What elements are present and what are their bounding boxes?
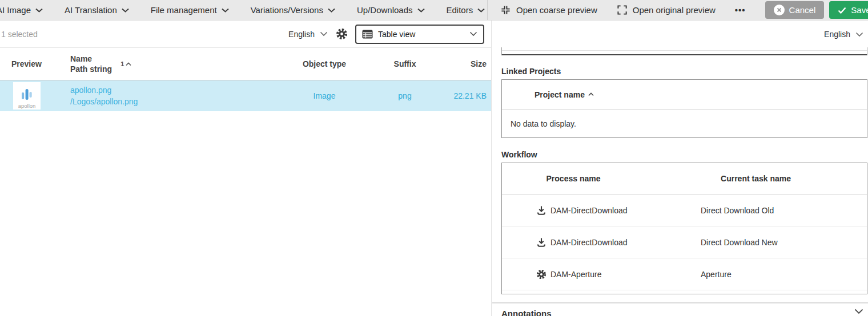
asset-path-link[interactable]: /Logos/apollon.png	[70, 96, 263, 107]
top-toolbar: AI Image AI Translation File management …	[0, 0, 868, 21]
left-panel-header: 1 selected English Table view	[0, 21, 491, 48]
chevron-down-icon	[35, 8, 43, 13]
menu-label: AI Image	[0, 5, 31, 15]
right-language-dropdown[interactable]: English	[824, 30, 863, 39]
asset-table-header: Preview Name Path string 1 Object type S…	[0, 48, 491, 80]
view-mode-select[interactable]: Table view	[355, 25, 484, 44]
column-header-current-task-name[interactable]: Current task name	[645, 174, 867, 183]
column-header-size[interactable]: Size	[424, 59, 491, 68]
chevron-down-icon	[122, 8, 129, 13]
grid-settings-button[interactable]	[336, 28, 348, 40]
asset-thumbnail[interactable]: apollon	[13, 82, 41, 110]
process-name: DAM-Aperture	[550, 270, 601, 279]
chevron-down-icon	[855, 32, 863, 37]
sort-asc-icon	[588, 92, 594, 96]
menu-label: File management	[151, 5, 217, 15]
task-cell: Aperture	[645, 270, 867, 279]
column-header-suffix[interactable]: Suffix	[386, 59, 424, 68]
expand-icon	[617, 5, 628, 15]
linked-projects-table: Project name No data to display.	[501, 79, 867, 138]
chevron-down-icon	[477, 8, 485, 13]
object-type-cell: Image	[263, 91, 386, 100]
process-name: DAM-DirectDownload	[550, 238, 628, 247]
asset-menu-bar: AI Image AI Translation File management …	[0, 0, 488, 20]
column-header-process-name[interactable]: Process name	[502, 174, 645, 183]
preview-cell: apollon	[0, 82, 59, 110]
sort-indicator[interactable]: 1	[120, 60, 131, 67]
menu-up-downloads[interactable]: Up/Downloads	[357, 5, 425, 15]
open-coarse-preview-button[interactable]: Open coarse preview	[500, 5, 597, 15]
table-view-icon	[362, 30, 373, 39]
left-language-dropdown[interactable]: English	[288, 30, 328, 39]
table-row-divider	[502, 50, 867, 51]
column-header-name-line2: Path string	[70, 64, 112, 74]
gear-icon	[336, 28, 348, 40]
preview-action-label: Open coarse preview	[516, 5, 597, 15]
check-icon	[838, 7, 846, 14]
form-actions: Cancel Save	[765, 1, 868, 19]
column-header-name[interactable]: Name Path string 1	[59, 54, 263, 74]
column-header-object-type[interactable]: Object type	[263, 59, 386, 68]
table-row[interactable]: DAM-Aperture Aperture	[502, 258, 867, 290]
process-cell: DAM-DirectDownload	[502, 205, 645, 216]
menu-label: Variations/Versions	[251, 5, 323, 15]
sort-order: 1	[120, 60, 124, 67]
asset-name-link[interactable]: apollon.png	[70, 84, 263, 96]
annotations-section-header[interactable]: Annotations	[501, 309, 863, 316]
open-original-preview-button[interactable]: Open original preview	[617, 5, 716, 15]
linked-projects-header[interactable]: Project name	[502, 80, 867, 110]
download-icon	[536, 237, 546, 248]
annotations-title: Annotations	[501, 309, 552, 316]
menu-variations-versions[interactable]: Variations/Versions	[251, 5, 335, 15]
menu-ai-image[interactable]: AI Image	[0, 5, 43, 15]
cancel-button[interactable]: Cancel	[765, 1, 825, 19]
table-row-apollon[interactable]: apollon apollon.png /Logos/apollon.png I…	[0, 80, 491, 111]
chevron-down-icon	[417, 8, 425, 13]
section-divider	[492, 302, 868, 303]
task-cell: Direct Download Old	[645, 206, 867, 215]
chevron-down-icon	[222, 8, 229, 13]
preview-action-label: Open original preview	[633, 5, 716, 15]
workflow-table: Process name Current task name DAM-Direc…	[501, 163, 867, 294]
save-label: Save	[851, 5, 868, 15]
process-cell: DAM-Aperture	[502, 269, 645, 279]
more-actions-button[interactable]: •••	[735, 5, 746, 15]
preview-toolbar: Open coarse preview Open original previe…	[488, 0, 868, 20]
panel-divider	[491, 21, 492, 316]
menu-label: AI Translation	[65, 5, 117, 15]
process-name: DAM-DirectDownload	[550, 206, 628, 215]
scrolled-table-bottom-edge	[501, 47, 867, 55]
thumbnail-caption: apollon	[18, 103, 36, 109]
download-icon	[536, 205, 546, 216]
cancel-label: Cancel	[789, 5, 816, 15]
language-label: English	[288, 30, 315, 39]
chevron-down-icon	[854, 309, 863, 314]
compress-icon	[500, 5, 511, 15]
right-panel-header: English	[492, 21, 868, 48]
selection-status: 1 selected	[1, 30, 38, 39]
menu-ai-translation[interactable]: AI Translation	[65, 5, 129, 15]
chevron-down-icon	[469, 31, 477, 37]
menu-label: Editors	[447, 5, 473, 15]
gear-icon	[536, 269, 546, 279]
process-cell: DAM-DirectDownload	[502, 237, 645, 248]
suffix-cell: png	[386, 91, 424, 100]
menu-file-management[interactable]: File management	[151, 5, 229, 15]
apollon-logo-icon	[20, 88, 34, 103]
save-button[interactable]: Save	[829, 1, 868, 19]
close-icon	[774, 5, 785, 15]
menu-label: Up/Downloads	[357, 5, 413, 15]
column-header-name-line1: Name	[70, 54, 112, 64]
column-header-preview[interactable]: Preview	[0, 59, 59, 68]
menu-editors[interactable]: Editors	[447, 5, 485, 15]
empty-message: No data to display.	[502, 110, 867, 128]
chevron-down-icon	[328, 8, 335, 13]
table-row[interactable]: DAM-DirectDownload Direct Download New	[502, 226, 867, 258]
table-row[interactable]: DAM-DirectDownload Direct Download Old	[502, 195, 867, 226]
task-cell: Direct Download New	[645, 238, 867, 247]
size-cell: 22.21 KB	[424, 91, 491, 100]
linked-projects-title: Linked Projects	[501, 67, 561, 76]
name-cell: apollon.png /Logos/apollon.png	[59, 84, 263, 108]
view-mode-label: Table view	[378, 30, 415, 39]
project-name-column-label: Project name	[535, 90, 585, 99]
